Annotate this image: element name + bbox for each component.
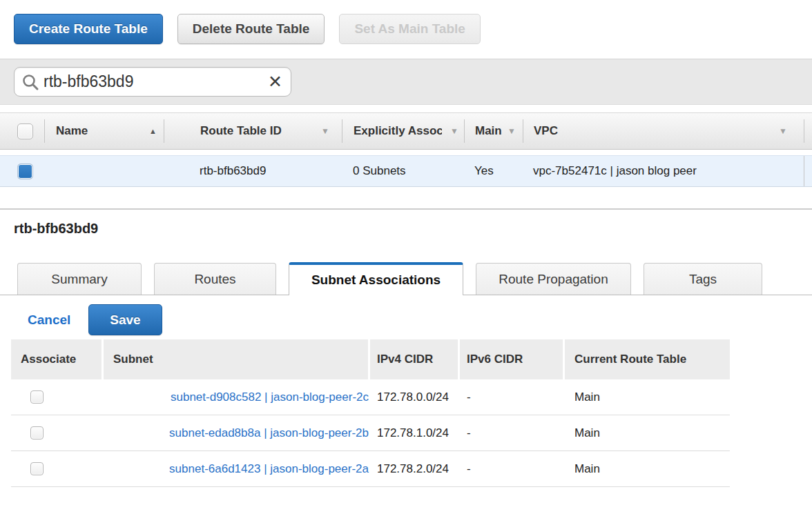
section-divider (0, 208, 812, 210)
detail-tabs: Summary Routes Subnet Associations Route… (0, 262, 812, 295)
cell-route-table-id: rtb-bfb63bd9 (164, 156, 342, 186)
create-route-table-button[interactable]: Create Route Table (14, 14, 163, 44)
tab-route-propagation[interactable]: Route Propagation (476, 263, 631, 295)
sort-asc-icon: ▲ (149, 127, 157, 135)
cell-name (44, 156, 164, 186)
route-table-row-selected[interactable]: rtb-bfb63bd9 0 Subnets Yes vpc-7b52471c … (0, 155, 812, 187)
column-header-route-table-id[interactable]: Route Table ID ▼ (164, 119, 342, 143)
current-route-table-value: Main (565, 426, 730, 440)
row-checkbox-checked[interactable] (17, 164, 33, 179)
ipv4-cidr-value: 172.78.2.0/24 (370, 462, 460, 476)
select-all-checkbox[interactable] (17, 123, 33, 139)
tab-routes[interactable]: Routes (154, 263, 276, 295)
subnet-association-row: subnet-edad8b8a | jason-blog-peer-2b 172… (11, 415, 730, 451)
edit-actions: Cancel Save (0, 295, 812, 335)
name-header-label: Name (56, 124, 88, 138)
route-table-id-header-label: Route Table ID (200, 124, 282, 138)
toolbar: Create Route Table Delete Route Table Se… (0, 0, 812, 59)
subnet-associations-header-row: Associate Subnet IPv4 CIDR IPv6 CIDR Cur… (11, 339, 730, 379)
cell-explicitly-associated: 0 Subnets (342, 156, 464, 186)
delete-route-table-button[interactable]: Delete Route Table (177, 14, 325, 44)
vpc-header-label: VPC (534, 124, 558, 138)
current-route-table-header: Current Route Table (565, 339, 730, 379)
ipv4-cidr-value: 172.78.1.0/24 (370, 426, 460, 440)
chevron-down-icon: ▼ (321, 126, 329, 136)
current-route-table-value: Main (565, 462, 730, 476)
subnet-link[interactable]: subnet-d908c582 | jason-blog-peer-2c (171, 390, 369, 404)
subnet-association-row: subnet-6a6d1423 | jason-blog-peer-2a 172… (11, 451, 730, 487)
route-tables-header-row: Name ▲ Route Table ID ▼ Explicitly Assoc… (0, 112, 812, 150)
chevron-down-icon: ▼ (450, 126, 458, 136)
associate-checkbox[interactable] (30, 462, 44, 475)
chevron-down-icon: ▼ (508, 126, 516, 136)
associate-checkbox[interactable] (30, 426, 44, 439)
current-route-table-value: Main (565, 390, 730, 404)
ipv4-cidr-value: 172.78.0.0/24 (370, 390, 460, 404)
subnet-header: Subnet (104, 339, 370, 379)
cell-main: Yes (464, 156, 523, 186)
clear-search-icon[interactable]: ✕ (268, 73, 282, 90)
ipv4-cidr-header: IPv4 CIDR (370, 339, 460, 379)
cell-vpc: vpc-7b52471c | jason blog peer (523, 156, 804, 186)
explicitly-associated-header-label: Explicitly Associat (354, 124, 442, 138)
subnet-link[interactable]: subnet-6a6d1423 | jason-blog-peer-2a (169, 462, 369, 476)
chevron-down-icon: ▼ (779, 126, 787, 136)
associate-checkbox[interactable] (30, 390, 44, 404)
filter-bar: ✕ (0, 59, 812, 105)
detail-title: rtb-bfb63bd9 (14, 221, 812, 237)
subnet-association-row: subnet-d908c582 | jason-blog-peer-2c 172… (11, 379, 730, 415)
associate-header: Associate (11, 339, 104, 379)
main-header-label: Main (475, 124, 502, 138)
select-all-cell (0, 119, 44, 143)
set-as-main-table-button: Set As Main Table (339, 14, 480, 44)
column-header-vpc[interactable]: VPC ▼ (523, 119, 804, 143)
tab-tags[interactable]: Tags (644, 263, 762, 295)
column-header-explicitly-associated[interactable]: Explicitly Associat ▼ (342, 119, 464, 143)
route-tables-table: Name ▲ Route Table ID ▼ Explicitly Assoc… (0, 112, 812, 187)
tab-subnet-associations[interactable]: Subnet Associations (289, 262, 463, 295)
tab-summary[interactable]: Summary (17, 263, 142, 295)
ipv6-cidr-header: IPv6 CIDR (460, 339, 565, 379)
column-header-main[interactable]: Main ▼ (464, 119, 523, 143)
column-header-name[interactable]: Name ▲ (44, 119, 164, 143)
save-button[interactable]: Save (88, 304, 162, 335)
search-box[interactable]: ✕ (14, 67, 291, 97)
ipv6-cidr-value: - (460, 462, 565, 476)
ipv6-cidr-value: - (460, 390, 565, 404)
search-input[interactable] (44, 72, 268, 91)
subnet-associations-table: Associate Subnet IPv4 CIDR IPv6 CIDR Cur… (11, 339, 730, 487)
subnet-link[interactable]: subnet-edad8b8a | jason-blog-peer-2b (169, 426, 369, 440)
ipv6-cidr-value: - (460, 426, 565, 440)
cancel-link[interactable]: Cancel (28, 313, 70, 328)
search-icon (21, 73, 39, 91)
